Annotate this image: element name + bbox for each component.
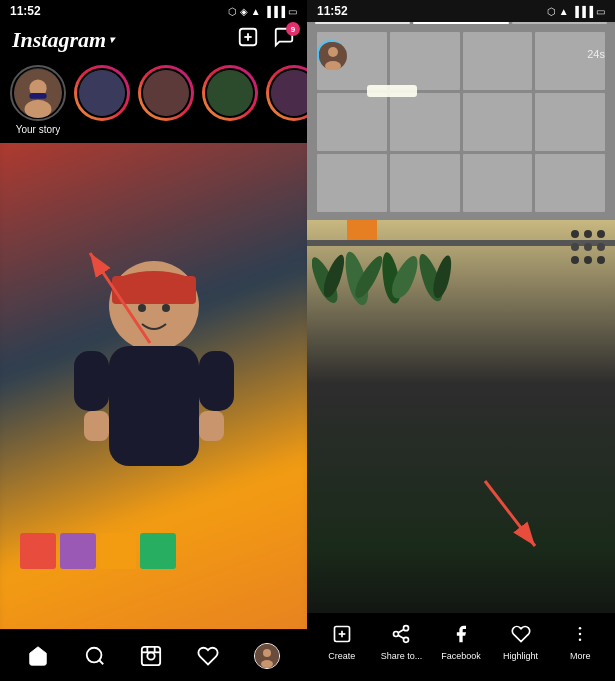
search-nav-button[interactable] [84,645,106,667]
add-post-button[interactable] [237,26,259,53]
svg-rect-20 [199,411,224,441]
story-item-5[interactable] [266,65,307,135]
your-story-item[interactable]: Your story [10,65,66,135]
status-bar-left: 11:52 ⬡ ◈ ▲ ▐▐▐ ▭ [0,0,307,22]
svg-rect-6 [29,93,46,99]
svg-point-9 [207,70,253,116]
messages-button[interactable]: 9 [273,26,295,53]
share-label: Share to... [381,651,423,661]
heart-nav-button[interactable] [197,645,219,667]
story-inner-5 [269,68,307,118]
highlight-icon [511,624,531,649]
svg-point-41 [404,625,409,630]
more-action[interactable]: More [558,624,602,661]
tile-8 [535,93,605,151]
svg-point-34 [328,47,338,57]
top-bar-icons: 9 [237,26,295,53]
story-inner-3 [141,68,191,118]
battery-icon-right: ▭ [596,6,605,17]
plants-area [312,246,610,336]
yellow-box [100,533,136,569]
share-action[interactable]: Share to... [379,624,423,661]
svg-point-32 [261,660,273,668]
profile-nav-button[interactable] [254,643,280,669]
tile-9 [317,154,387,212]
svg-rect-19 [84,411,109,441]
svg-line-37 [485,481,535,546]
svg-point-23 [87,647,102,662]
svg-rect-15 [74,351,109,411]
color-boxes [20,533,176,569]
svg-rect-14 [109,346,199,466]
arrow-annotation-right [465,461,565,561]
svg-point-42 [394,631,399,636]
status-bar-right: 11:52 ⬡ ▲ ▐▐▐ ▭ [307,0,615,22]
bottom-nav-left [0,629,307,681]
create-icon [332,624,352,649]
signal-icon-right: ▐▐▐ [572,6,593,17]
create-action[interactable]: Create [320,624,364,661]
stories-row: Your story [0,59,307,143]
story-item-4[interactable] [202,65,258,135]
svg-rect-25 [142,646,160,664]
svg-point-7 [79,70,125,116]
arrow-annotation-left [60,233,180,353]
story-avatar-5 [266,65,307,121]
tile-5 [317,93,387,151]
highlight-label: Highlight [503,651,538,661]
light-fixture [367,85,417,97]
your-story-avatar-inner [14,68,62,118]
tile-6 [390,93,460,151]
status-time-right: 11:52 [317,4,348,18]
facebook-action[interactable]: Facebook [439,624,483,661]
office-scene [307,220,615,629]
svg-point-26 [148,652,155,659]
story-avatar-2 [74,65,130,121]
facebook-label: Facebook [441,651,481,661]
location-icon: ◈ [240,6,248,17]
svg-point-10 [271,70,307,116]
logo-text: Instagram [12,27,106,53]
svg-point-43 [404,637,409,642]
status-icons-right: ⬡ ▲ ▐▐▐ ▭ [547,6,605,17]
story-item-3[interactable] [138,65,194,135]
status-icons-left: ⬡ ◈ ▲ ▐▐▐ ▭ [228,6,297,17]
signal-icon: ▐▐▐ [264,6,285,17]
your-story-avatar [10,65,66,121]
orange-box [347,220,377,240]
svg-line-45 [399,629,405,632]
bottom-actions-bar: Create Share to... Facebook [307,613,615,681]
top-bar: Instagram ▾ 9 [0,22,307,59]
story-inner-4 [205,68,255,118]
instagram-logo[interactable]: Instagram ▾ [12,27,114,53]
purple-box [60,533,96,569]
right-panel: 11:52 ⬡ ▲ ▐▐▐ ▭ 24s [307,0,615,681]
story-user-avatar [317,40,345,68]
more-icon [570,624,590,649]
your-story-label: Your story [16,124,61,135]
wifi-icon: ▲ [251,6,261,17]
svg-point-8 [143,70,189,116]
tile-10 [390,154,460,212]
svg-line-44 [399,635,405,638]
story-item-2[interactable] [74,65,130,135]
svg-point-46 [579,626,582,629]
svg-rect-16 [199,351,234,411]
share-icon [391,624,411,649]
svg-point-31 [263,649,271,657]
battery-icon: ▭ [288,6,297,17]
tile-12 [535,154,605,212]
red-box [20,533,56,569]
green-box [140,533,176,569]
more-label: More [570,651,591,661]
story-viewer-background[interactable] [307,0,615,681]
highlight-action[interactable]: Highlight [499,624,543,661]
story-header: 24s [307,22,615,74]
left-panel: 11:52 ⬡ ◈ ▲ ▐▐▐ ▭ Instagram ▾ [0,0,307,681]
feed-area [0,143,307,629]
story-time-label: 24s [587,48,605,60]
wifi-icon-right: ▲ [559,6,569,17]
reels-nav-button[interactable] [140,645,162,667]
svg-point-48 [579,638,582,641]
home-nav-button[interactable] [27,645,49,667]
